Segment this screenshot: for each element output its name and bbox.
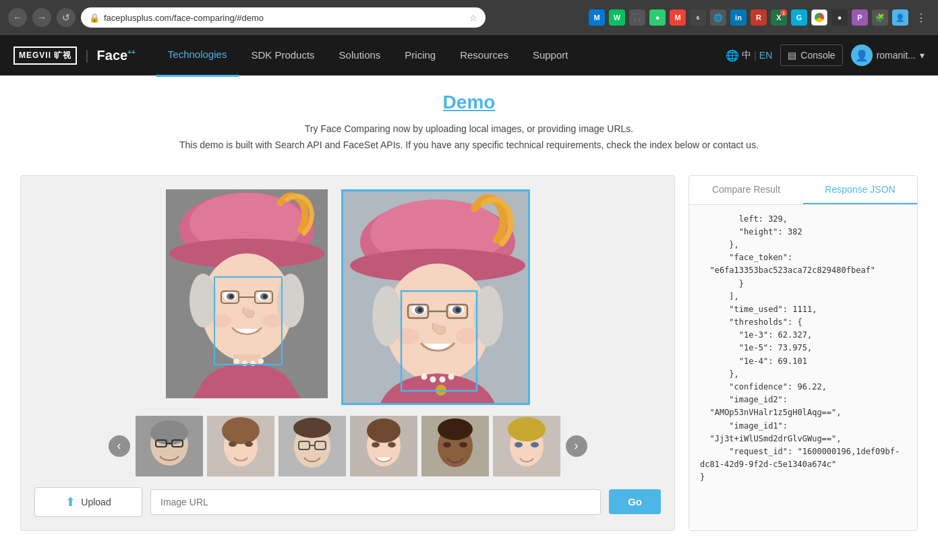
ext-gmail[interactable]: M (670, 9, 686, 26)
prev-thumb-button[interactable]: ‹ (109, 435, 130, 457)
svg-point-34 (417, 307, 422, 312)
svg-point-58 (245, 441, 253, 447)
svg-point-68 (372, 442, 380, 447)
upload-area: ⬆ Upload Go (34, 487, 661, 517)
go-button[interactable]: Go (609, 489, 661, 514)
lock-icon: 🔒 (89, 13, 100, 23)
ext-ms[interactable]: M (589, 9, 605, 26)
json-panel: Compare Result Response JSON left: 329, … (688, 175, 918, 531)
user-avatar: 👤 (851, 44, 873, 66)
svg-point-18 (234, 359, 239, 364)
user-name: romanit... (877, 50, 916, 61)
demo-title: Demo (0, 92, 938, 113)
logo-area: MEGVII 旷视 | Face++ (13, 46, 136, 65)
svg-point-61 (293, 418, 331, 438)
url-text: faceplusplus.com/face-comparing/#demo (104, 13, 264, 23)
svg-point-16 (262, 314, 283, 328)
console-button[interactable]: ▤ Console (780, 44, 842, 66)
dropdown-arrow-icon: ▾ (920, 50, 925, 61)
thumbnail-3[interactable] (279, 416, 346, 476)
svg-point-44 (439, 376, 445, 382)
nav-item-resources[interactable]: Resources (448, 35, 521, 75)
svg-point-57 (229, 441, 237, 447)
refresh-button[interactable]: ↺ (57, 8, 76, 27)
svg-point-42 (421, 373, 427, 379)
address-bar[interactable]: 🔒 faceplusplus.com/face-comparing/#demo … (81, 7, 486, 28)
lang-zh[interactable]: 中 (742, 49, 751, 61)
right-image-panel[interactable] (341, 189, 530, 405)
ext-excel[interactable]: X1 (771, 9, 787, 26)
svg-point-78 (515, 442, 523, 447)
image-panels (34, 189, 661, 405)
nav-links: Technologies SDK Products Solutions Pric… (156, 34, 581, 77)
ext-green[interactable]: ● (649, 9, 666, 26)
svg-point-69 (388, 442, 396, 447)
logo-separator: | (85, 48, 88, 63)
ext-puzzle[interactable]: 🧩 (872, 9, 888, 26)
upload-icon: ⬆ (65, 495, 76, 509)
svg-point-43 (430, 376, 436, 382)
megvii-logo: MEGVII 旷视 (13, 46, 77, 65)
nav-item-sdk[interactable]: SDK Products (239, 35, 326, 75)
console-label: Console (800, 50, 835, 61)
ext-globe[interactable]: 🌐 (710, 9, 726, 26)
ext-dark[interactable]: ● (831, 9, 848, 26)
thumbnail-4[interactable] (350, 416, 417, 476)
svg-point-39 (397, 328, 419, 344)
svg-point-73 (443, 442, 451, 447)
ext-chrome[interactable] (811, 9, 827, 26)
ext-wechat[interactable]: W (609, 9, 625, 26)
more-options-button[interactable]: ⋮ (912, 9, 930, 26)
left-image-panel[interactable] (166, 189, 328, 398)
ext-linkedin[interactable]: in (730, 9, 746, 26)
svg-point-77 (508, 417, 546, 441)
thumbnail-strip: ‹ (34, 416, 661, 476)
compare-result-tab[interactable]: Compare Result (689, 176, 803, 204)
svg-point-11 (263, 294, 267, 299)
image-area: ‹ (20, 175, 675, 531)
browser-chrome: ← → ↺ 🔒 faceplusplus.com/face-comparing/… (0, 0, 938, 35)
svg-point-79 (531, 442, 539, 447)
thumbnail-1[interactable] (136, 416, 203, 476)
globe-icon: 🌐 (726, 49, 739, 62)
thumbnail-5[interactable] (421, 416, 489, 476)
ext-go[interactable]: G (791, 9, 807, 26)
forward-button[interactable]: → (32, 8, 51, 27)
back-button[interactable]: ← (8, 8, 27, 27)
nav-item-technologies[interactable]: Technologies (156, 34, 239, 77)
ext-headphone[interactable]: 🎧 (629, 9, 645, 26)
svg-point-40 (456, 328, 479, 344)
svg-point-56 (222, 417, 260, 444)
nav-item-pricing[interactable]: Pricing (392, 35, 448, 75)
navbar: MEGVII 旷视 | Face++ Technologies SDK Prod… (0, 35, 938, 75)
image-url-input[interactable] (150, 489, 601, 515)
user-area[interactable]: 👤 romanit... ▾ (851, 44, 925, 66)
svg-point-45 (448, 373, 454, 379)
lang-en[interactable]: EN (759, 50, 772, 61)
left-face-image (166, 189, 328, 398)
svg-point-67 (367, 418, 401, 443)
svg-point-10 (229, 294, 233, 299)
svg-point-35 (455, 307, 460, 312)
json-tabs: Compare Result Response JSON (689, 176, 917, 205)
json-content: left: 329, "height": 382 }, "face_token"… (689, 205, 917, 530)
response-json-tab[interactable]: Response JSON (803, 176, 917, 204)
ext-purple[interactable]: P (852, 9, 868, 26)
thumbnail-6[interactable] (493, 416, 560, 476)
ext-avatar[interactable]: 👤 (892, 9, 908, 26)
nav-item-solutions[interactable]: Solutions (327, 35, 393, 75)
svg-point-72 (438, 418, 473, 440)
browser-extensions: M W 🎧 ● M 6 🌐 in R X1 G ● P 🧩 👤 ⋮ (589, 9, 930, 26)
demo-desc-2: This demo is built with Search API and F… (0, 137, 938, 154)
lang-switcher[interactable]: 🌐 中 | EN (726, 49, 772, 62)
star-icon: ☆ (469, 13, 477, 23)
next-thumb-button[interactable]: › (566, 435, 587, 457)
console-icon: ▤ (788, 50, 796, 61)
ext-red[interactable]: R (751, 9, 767, 26)
nav-right: 🌐 中 | EN ▤ Console 👤 romanit... ▾ (726, 44, 925, 66)
nav-item-support[interactable]: Support (521, 35, 581, 75)
upload-button[interactable]: ⬆ Upload (34, 487, 142, 517)
thumbnail-2[interactable] (207, 416, 274, 476)
ext-num[interactable]: 6 (690, 9, 706, 26)
right-face-image (343, 191, 530, 405)
